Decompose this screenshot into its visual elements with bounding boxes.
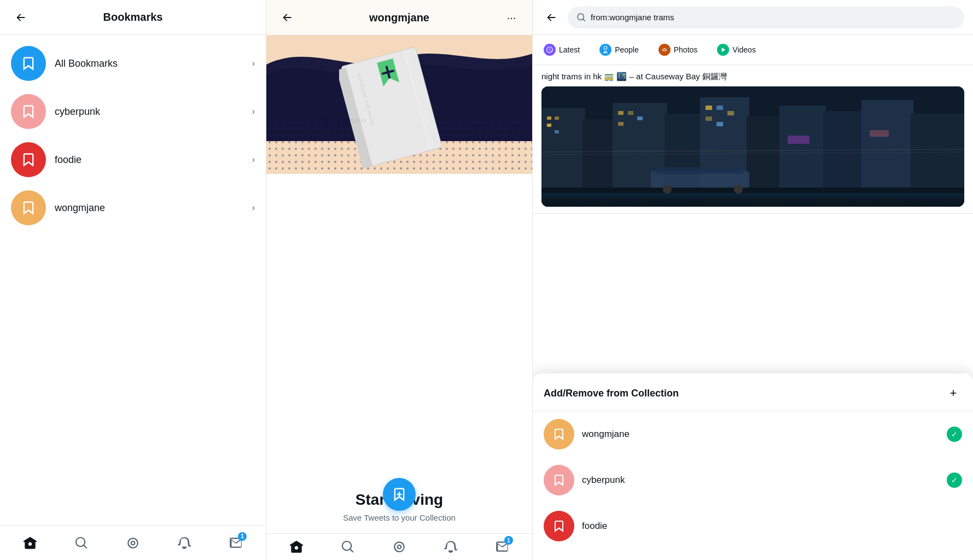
nav-search-1[interactable] bbox=[68, 530, 95, 556]
bottom-nav-panel1: 1 bbox=[0, 525, 266, 560]
profile-panel: wongmjane ··· bbox=[266, 0, 533, 560]
tweet-image bbox=[541, 86, 964, 207]
bookmark-item-all[interactable]: All Bookmarks › bbox=[0, 39, 266, 88]
nav-notifications-2[interactable] bbox=[438, 534, 464, 560]
nav-spaces-1[interactable] bbox=[120, 530, 146, 556]
watermark-1: @wongmjane bbox=[323, 116, 366, 124]
svg-rect-28 bbox=[637, 116, 643, 120]
bookmark-avatar-wongmjane bbox=[11, 190, 46, 225]
fab-add-button[interactable] bbox=[383, 478, 416, 511]
modal-header: Add/Remove from Collection + bbox=[533, 384, 973, 411]
back-button[interactable] bbox=[11, 8, 31, 27]
bookmarks-header: Bookmarks bbox=[0, 0, 266, 35]
bookmark-avatar-all bbox=[11, 46, 46, 81]
chevron-foodie: › bbox=[252, 155, 255, 165]
tab-photos-label: Photos bbox=[674, 45, 698, 54]
svg-rect-29 bbox=[618, 122, 624, 126]
nav-notifications-1[interactable] bbox=[171, 530, 197, 556]
nav-search-2[interactable] bbox=[335, 534, 361, 560]
search-back-button[interactable] bbox=[541, 8, 561, 27]
search-icon bbox=[576, 13, 586, 22]
collection-avatar-wongmjane bbox=[544, 419, 574, 450]
collection-avatar-foodie bbox=[544, 511, 574, 541]
bottom-nav-panel2: 1 bbox=[266, 533, 532, 560]
svg-rect-22 bbox=[547, 116, 551, 120]
svg-rect-26 bbox=[618, 111, 624, 115]
collection-item-cyberpunk[interactable]: cyberpunk ✓ bbox=[533, 457, 973, 503]
svg-rect-25 bbox=[555, 130, 559, 133]
nav-messages-1[interactable]: 1 bbox=[223, 530, 249, 556]
chevron-wongmjane: › bbox=[252, 203, 255, 213]
svg-rect-42 bbox=[788, 136, 809, 144]
nav-home-1[interactable] bbox=[17, 530, 43, 556]
bookmark-label-all: All Bookmarks bbox=[55, 58, 252, 69]
svg-rect-44 bbox=[541, 193, 964, 207]
svg-point-40 bbox=[663, 185, 672, 194]
tab-latest[interactable]: Latest bbox=[536, 38, 587, 61]
svg-rect-39 bbox=[656, 167, 744, 174]
collection-item-wongmjane[interactable]: wongmjane ✓ bbox=[533, 411, 973, 457]
tab-videos-label: Videos bbox=[732, 45, 756, 54]
tweet-item: night trams in hk 🚃 🌃 – at Causeway Bay … bbox=[533, 65, 973, 214]
profile-header: wongmjane ··· bbox=[266, 0, 532, 35]
svg-rect-43 bbox=[870, 130, 889, 137]
search-panel: from:wongmjane trams Latest People Photo… bbox=[533, 0, 973, 560]
svg-rect-34 bbox=[716, 122, 723, 126]
search-header: from:wongmjane trams bbox=[533, 0, 973, 35]
modal-add-button[interactable]: + bbox=[945, 384, 962, 402]
book-illustration: @wongmjane @wongmjane bbox=[339, 44, 459, 174]
collection-avatar-cyberpunk bbox=[544, 465, 574, 495]
messages-badge-1: 1 bbox=[238, 532, 247, 541]
nav-home-2[interactable] bbox=[283, 534, 310, 560]
bookmark-avatar-cyberpunk bbox=[11, 94, 46, 129]
latest-tab-icon bbox=[544, 44, 556, 56]
chevron-cyberpunk: › bbox=[252, 107, 255, 116]
tab-people-label: People bbox=[615, 45, 639, 54]
photos-tab-icon bbox=[659, 44, 671, 56]
svg-rect-24 bbox=[547, 124, 551, 127]
search-bar[interactable]: from:wongmjane trams bbox=[568, 7, 964, 28]
people-tab-icon bbox=[599, 44, 611, 56]
bookmark-item-wongmjane[interactable]: wongmjane › bbox=[0, 184, 266, 232]
start-saving-subtitle: Save Tweets to your Collection bbox=[277, 513, 521, 522]
bookmark-label-cyberpunk: cyberpunk bbox=[55, 106, 252, 118]
collection-name-cyberpunk: cyberpunk bbox=[582, 475, 947, 486]
check-cyberpunk: ✓ bbox=[947, 472, 962, 488]
svg-rect-31 bbox=[716, 106, 723, 110]
svg-rect-27 bbox=[628, 111, 633, 115]
bookmark-avatar-foodie bbox=[11, 142, 46, 177]
bookmark-item-foodie[interactable]: foodie › bbox=[0, 136, 266, 184]
tab-people[interactable]: People bbox=[592, 38, 646, 61]
chevron-all: › bbox=[252, 59, 255, 68]
profile-back-button[interactable] bbox=[277, 8, 297, 27]
modal-title: Add/Remove from Collection bbox=[544, 388, 679, 399]
filter-tabs: Latest People Photos Videos bbox=[533, 35, 973, 65]
svg-point-41 bbox=[734, 185, 743, 194]
tweet-text: night trams in hk 🚃 🌃 – at Causeway Bay … bbox=[541, 72, 964, 82]
collection-name-foodie: foodie bbox=[582, 521, 962, 532]
collection-item-foodie[interactable]: foodie bbox=[533, 503, 973, 549]
bookmark-item-cyberpunk[interactable]: cyberpunk › bbox=[0, 88, 266, 136]
profile-title: wongmjane bbox=[297, 11, 502, 24]
check-wongmjane: ✓ bbox=[947, 427, 962, 442]
search-results: night trams in hk 🚃 🌃 – at Causeway Bay … bbox=[533, 65, 973, 560]
bookmarks-panel: Bookmarks All Bookmarks › cyberpunk › fo… bbox=[0, 0, 266, 560]
tab-photos[interactable]: Photos bbox=[651, 38, 706, 61]
search-query-text: from:wongmjane trams bbox=[591, 13, 955, 22]
svg-rect-30 bbox=[706, 106, 712, 110]
videos-tab-icon bbox=[717, 44, 729, 56]
svg-rect-23 bbox=[555, 116, 559, 120]
collection-name-wongmjane: wongmjane bbox=[582, 429, 947, 440]
tab-videos[interactable]: Videos bbox=[709, 38, 764, 61]
tab-latest-label: Latest bbox=[559, 45, 580, 54]
svg-rect-32 bbox=[727, 111, 734, 115]
messages-badge-2: 1 bbox=[504, 536, 513, 545]
bookmarks-title: Bookmarks bbox=[31, 11, 235, 24]
svg-rect-33 bbox=[706, 116, 712, 121]
bookmark-label-wongmjane: wongmjane bbox=[55, 202, 252, 214]
more-options-button[interactable]: ··· bbox=[502, 8, 521, 27]
bookmark-list: All Bookmarks › cyberpunk › foodie › won… bbox=[0, 35, 266, 525]
nav-messages-2[interactable]: 1 bbox=[489, 534, 515, 560]
nav-spaces-2[interactable] bbox=[386, 534, 412, 560]
bookmark-label-foodie: foodie bbox=[55, 154, 252, 166]
